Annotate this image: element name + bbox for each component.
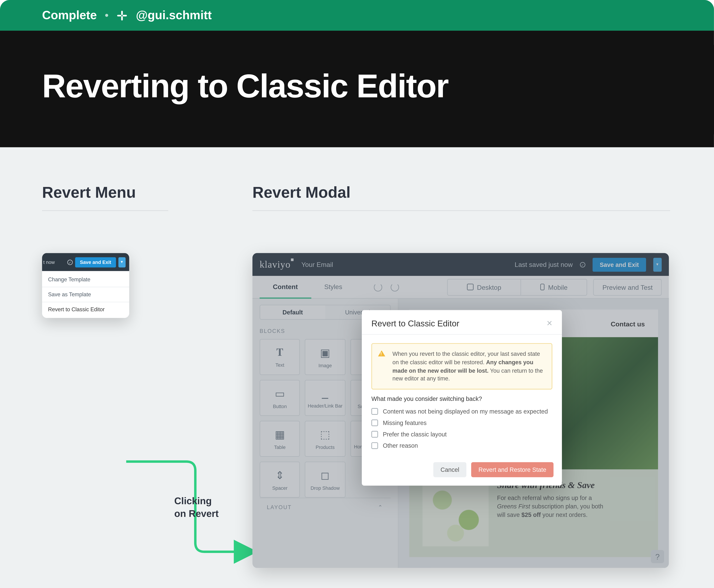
editor-header-snippet: t now ✓ Save and Exit ▾ <box>42 253 129 271</box>
slack-icon <box>117 10 127 21</box>
section-title-left: Revert Menu <box>42 183 168 211</box>
svg-rect-1 <box>121 16 123 20</box>
dropdown-item-revert[interactable]: Revert to Classic Editor <box>42 302 129 317</box>
revert-button[interactable]: Revert and Restore State <box>471 462 553 477</box>
save-dropdown: Change Template Save as Template Revert … <box>42 271 129 318</box>
svg-rect-3 <box>123 15 127 16</box>
checkbox-icon[interactable] <box>372 420 378 426</box>
option-prefer-classic[interactable]: Prefer the classic layout <box>372 428 552 440</box>
option-other[interactable]: Other reason <box>372 440 552 451</box>
option-content-display[interactable]: Content was not being displayed on my me… <box>372 406 552 417</box>
author-mention: @gui.schmitt <box>136 8 212 22</box>
warning-icon <box>378 350 385 356</box>
survey-options: Content was not being displayed on my me… <box>362 406 562 458</box>
revert-menu-card: t now ✓ Save and Exit ▾ Change Template … <box>42 253 129 318</box>
svg-rect-2 <box>117 15 122 16</box>
cancel-button[interactable]: Cancel <box>434 462 466 477</box>
editor-window: ? klaviyo■ Your Email Last saved just no… <box>252 253 669 568</box>
check-icon: ✓ <box>67 259 73 265</box>
checkbox-icon[interactable] <box>372 431 378 438</box>
close-icon[interactable]: × <box>547 318 552 328</box>
project-status: Complete <box>42 8 97 22</box>
checkbox-icon[interactable] <box>372 408 378 415</box>
dropdown-item-change-template[interactable]: Change Template <box>42 272 129 287</box>
saved-text-fragment: t now <box>42 259 55 265</box>
dropdown-item-save-as-template[interactable]: Save as Template <box>42 287 129 301</box>
hero: Reverting to Classic Editor <box>0 30 714 147</box>
svg-rect-0 <box>121 10 123 15</box>
page-title: Reverting to Classic Editor <box>42 67 672 105</box>
modal-title: Revert to Classic Editor <box>372 318 459 328</box>
flow-arrow-label: Clicking on Revert <box>174 495 218 520</box>
save-and-exit-button[interactable]: Save and Exit <box>75 257 116 267</box>
checkbox-icon[interactable] <box>372 442 378 449</box>
separator-dot <box>105 14 108 17</box>
save-and-exit-dropdown-caret[interactable]: ▾ <box>119 257 126 267</box>
survey-question: What made you consider switching back? <box>362 396 562 406</box>
option-missing-features[interactable]: Missing features <box>372 417 552 429</box>
section-title-right: Revert Modal <box>252 183 670 211</box>
warning-banner: When you revert to the classic editor, y… <box>372 343 552 390</box>
project-topbar: Complete @gui.schmitt <box>0 0 714 30</box>
revert-modal: Revert to Classic Editor × When you reve… <box>362 310 562 486</box>
